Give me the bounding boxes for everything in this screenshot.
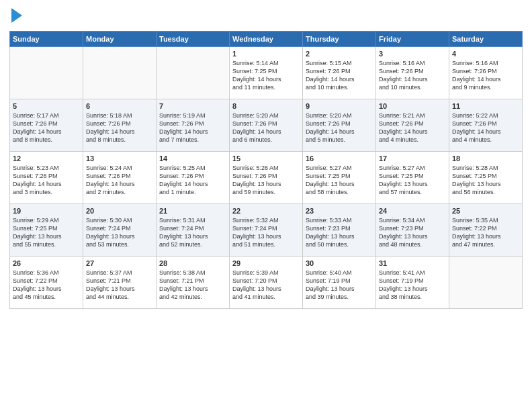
cell-content: Sunrise: 5:26 AM Sunset: 7:26 PM Dayligh… xyxy=(232,164,300,197)
calendar-cell: 13Sunrise: 5:24 AM Sunset: 7:26 PM Dayli… xyxy=(83,152,157,204)
day-number: 25 xyxy=(452,207,519,215)
calendar-cell: 20Sunrise: 5:30 AM Sunset: 7:24 PM Dayli… xyxy=(83,204,157,257)
calendar-cell xyxy=(10,47,83,99)
calendar-cell: 8Sunrise: 5:20 AM Sunset: 7:26 PM Daylig… xyxy=(230,99,303,152)
calendar-cell xyxy=(157,47,230,99)
cell-content: Sunrise: 5:15 AM Sunset: 7:26 PM Dayligh… xyxy=(306,59,373,92)
day-number: 14 xyxy=(159,154,226,163)
calendar-cell: 18Sunrise: 5:28 AM Sunset: 7:25 PM Dayli… xyxy=(449,152,523,204)
calendar-cell: 24Sunrise: 5:34 AM Sunset: 7:23 PM Dayli… xyxy=(376,204,449,257)
cell-content: Sunrise: 5:16 AM Sunset: 7:26 PM Dayligh… xyxy=(452,59,519,92)
cell-content: Sunrise: 5:24 AM Sunset: 7:26 PM Dayligh… xyxy=(86,164,153,197)
calendar-cell: 6Sunrise: 5:18 AM Sunset: 7:26 PM Daylig… xyxy=(83,99,157,152)
logo-text xyxy=(9,7,22,26)
cell-content: Sunrise: 5:22 AM Sunset: 7:26 PM Dayligh… xyxy=(452,111,519,144)
cell-content: Sunrise: 5:31 AM Sunset: 7:24 PM Dayligh… xyxy=(159,216,226,249)
day-number: 26 xyxy=(13,259,80,267)
day-number: 7 xyxy=(159,102,226,110)
day-number: 21 xyxy=(159,207,226,215)
cell-content: Sunrise: 5:25 AM Sunset: 7:26 PM Dayligh… xyxy=(159,164,226,197)
calendar-cell: 31Sunrise: 5:41 AM Sunset: 7:19 PM Dayli… xyxy=(376,257,449,309)
cell-content: Sunrise: 5:19 AM Sunset: 7:26 PM Dayligh… xyxy=(159,111,226,144)
calendar-cell: 15Sunrise: 5:26 AM Sunset: 7:26 PM Dayli… xyxy=(230,152,303,204)
day-number: 22 xyxy=(232,207,300,215)
header-cell-thursday: Thursday xyxy=(303,32,376,47)
calendar-cell: 22Sunrise: 5:32 AM Sunset: 7:24 PM Dayli… xyxy=(230,204,303,257)
cell-content: Sunrise: 5:23 AM Sunset: 7:26 PM Dayligh… xyxy=(13,164,80,197)
header-cell-wednesday: Wednesday xyxy=(230,32,303,47)
day-number: 28 xyxy=(159,259,226,267)
cell-content: Sunrise: 5:36 AM Sunset: 7:22 PM Dayligh… xyxy=(13,269,80,302)
header-cell-sunday: Sunday xyxy=(10,32,83,47)
cell-content: Sunrise: 5:33 AM Sunset: 7:23 PM Dayligh… xyxy=(306,216,373,249)
day-number: 4 xyxy=(452,50,519,58)
header-cell-saturday: Saturday xyxy=(449,32,523,47)
cell-content: Sunrise: 5:30 AM Sunset: 7:24 PM Dayligh… xyxy=(86,216,153,249)
day-number: 1 xyxy=(232,50,300,58)
calendar-cell: 12Sunrise: 5:23 AM Sunset: 7:26 PM Dayli… xyxy=(10,152,83,204)
header-cell-tuesday: Tuesday xyxy=(157,32,230,47)
header-row: SundayMondayTuesdayWednesdayThursdayFrid… xyxy=(10,32,523,47)
day-number: 20 xyxy=(86,207,153,215)
cell-content: Sunrise: 5:41 AM Sunset: 7:19 PM Dayligh… xyxy=(379,269,446,302)
day-number: 11 xyxy=(452,102,519,110)
day-number: 2 xyxy=(306,50,373,58)
day-number: 24 xyxy=(379,207,446,215)
day-number: 8 xyxy=(232,102,300,110)
cell-content: Sunrise: 5:16 AM Sunset: 7:26 PM Dayligh… xyxy=(379,59,446,92)
calendar-cell: 4Sunrise: 5:16 AM Sunset: 7:26 PM Daylig… xyxy=(449,47,523,99)
logo-arrow-icon xyxy=(11,8,22,23)
calendar-cell xyxy=(449,257,523,309)
calendar-cell: 17Sunrise: 5:27 AM Sunset: 7:25 PM Dayli… xyxy=(376,152,449,204)
day-number: 23 xyxy=(306,207,373,215)
calendar-cell: 1Sunrise: 5:14 AM Sunset: 7:25 PM Daylig… xyxy=(230,47,303,99)
calendar-cell: 30Sunrise: 5:40 AM Sunset: 7:19 PM Dayli… xyxy=(303,257,376,309)
calendar-cell: 19Sunrise: 5:29 AM Sunset: 7:25 PM Dayli… xyxy=(10,204,83,257)
header-cell-friday: Friday xyxy=(376,32,449,47)
day-number: 15 xyxy=(232,154,300,163)
day-number: 18 xyxy=(452,154,519,163)
cell-content: Sunrise: 5:39 AM Sunset: 7:20 PM Dayligh… xyxy=(232,269,300,302)
cell-content: Sunrise: 5:29 AM Sunset: 7:25 PM Dayligh… xyxy=(13,216,80,249)
day-number: 3 xyxy=(379,50,446,58)
day-number: 30 xyxy=(306,259,373,267)
calendar-header: SundayMondayTuesdayWednesdayThursdayFrid… xyxy=(10,32,523,47)
calendar-cell: 28Sunrise: 5:38 AM Sunset: 7:21 PM Dayli… xyxy=(157,257,230,309)
cell-content: Sunrise: 5:28 AM Sunset: 7:25 PM Dayligh… xyxy=(452,164,519,197)
day-number: 29 xyxy=(232,259,300,267)
cell-content: Sunrise: 5:27 AM Sunset: 7:25 PM Dayligh… xyxy=(306,164,373,197)
logo xyxy=(9,7,22,26)
calendar-cell: 9Sunrise: 5:20 AM Sunset: 7:26 PM Daylig… xyxy=(303,99,376,152)
svg-marker-0 xyxy=(11,8,22,23)
day-number: 27 xyxy=(86,259,153,267)
calendar-cell: 14Sunrise: 5:25 AM Sunset: 7:26 PM Dayli… xyxy=(157,152,230,204)
calendar-week-4: 19Sunrise: 5:29 AM Sunset: 7:25 PM Dayli… xyxy=(10,204,523,257)
cell-content: Sunrise: 5:32 AM Sunset: 7:24 PM Dayligh… xyxy=(232,216,300,249)
cell-content: Sunrise: 5:18 AM Sunset: 7:26 PM Dayligh… xyxy=(86,111,153,144)
calendar-week-1: 1Sunrise: 5:14 AM Sunset: 7:25 PM Daylig… xyxy=(10,47,523,99)
cell-content: Sunrise: 5:20 AM Sunset: 7:26 PM Dayligh… xyxy=(232,111,300,144)
day-number: 10 xyxy=(379,102,446,110)
day-number: 17 xyxy=(379,154,446,163)
cell-content: Sunrise: 5:40 AM Sunset: 7:19 PM Dayligh… xyxy=(306,269,373,302)
header xyxy=(9,7,523,26)
calendar-cell: 2Sunrise: 5:15 AM Sunset: 7:26 PM Daylig… xyxy=(303,47,376,99)
calendar-week-3: 12Sunrise: 5:23 AM Sunset: 7:26 PM Dayli… xyxy=(10,152,523,204)
day-number: 31 xyxy=(379,259,446,267)
day-number: 13 xyxy=(86,154,153,163)
calendar-cell: 3Sunrise: 5:16 AM Sunset: 7:26 PM Daylig… xyxy=(376,47,449,99)
cell-content: Sunrise: 5:27 AM Sunset: 7:25 PM Dayligh… xyxy=(379,164,446,197)
calendar-week-2: 5Sunrise: 5:17 AM Sunset: 7:26 PM Daylig… xyxy=(10,99,523,152)
cell-content: Sunrise: 5:21 AM Sunset: 7:26 PM Dayligh… xyxy=(379,111,446,144)
day-number: 16 xyxy=(306,154,373,163)
calendar-table: SundayMondayTuesdayWednesdayThursdayFrid… xyxy=(9,31,523,309)
day-number: 6 xyxy=(86,102,153,110)
calendar-cell: 23Sunrise: 5:33 AM Sunset: 7:23 PM Dayli… xyxy=(303,204,376,257)
calendar-cell: 26Sunrise: 5:36 AM Sunset: 7:22 PM Dayli… xyxy=(10,257,83,309)
calendar-cell: 11Sunrise: 5:22 AM Sunset: 7:26 PM Dayli… xyxy=(449,99,523,152)
calendar-cell xyxy=(83,47,157,99)
day-number: 5 xyxy=(13,102,80,110)
day-number: 9 xyxy=(306,102,373,110)
calendar-week-5: 26Sunrise: 5:36 AM Sunset: 7:22 PM Dayli… xyxy=(10,257,523,309)
calendar-cell: 29Sunrise: 5:39 AM Sunset: 7:20 PM Dayli… xyxy=(230,257,303,309)
